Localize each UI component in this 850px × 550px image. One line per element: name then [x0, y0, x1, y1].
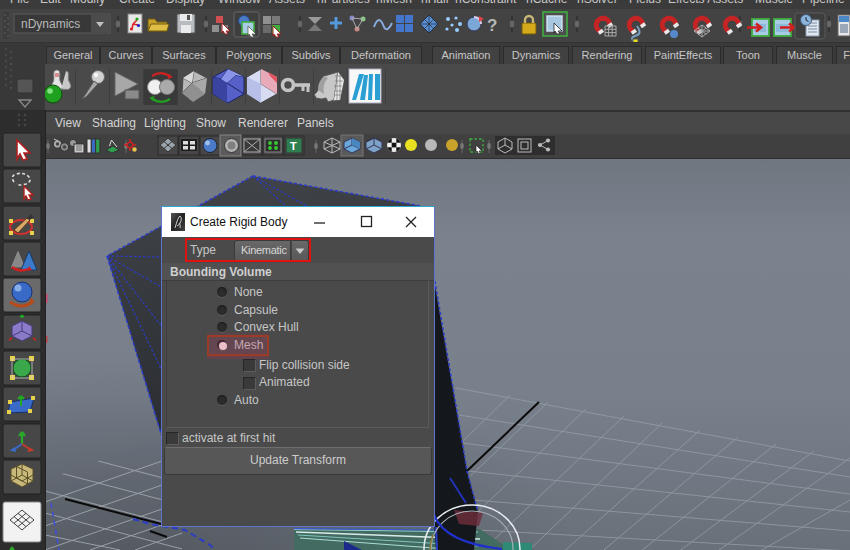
- svg-text:T: T: [290, 140, 297, 152]
- svg-text:nDynamics: nDynamics: [21, 17, 80, 31]
- svg-text:?: ?: [487, 16, 497, 35]
